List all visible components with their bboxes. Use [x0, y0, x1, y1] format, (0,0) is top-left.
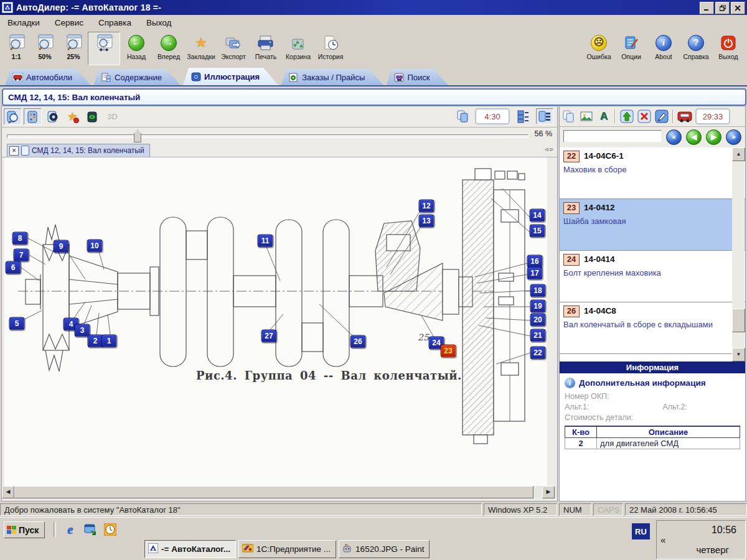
first-record-button[interactable]: « — [666, 129, 682, 145]
move-up-button[interactable] — [619, 109, 635, 124]
help-label: Справка — [683, 53, 708, 60]
zoom-slider-track[interactable] — [7, 134, 529, 138]
illustration-subtab[interactable]: ✕ СМД 12, 14, 15: Вал коленчатый — [7, 144, 150, 157]
taskbar-1c-window[interactable]: 1С:Предприятие ... — [238, 540, 336, 558]
favorites-tool-button[interactable]: ★ — [63, 108, 82, 125]
callout-8[interactable]: 8 — [12, 232, 28, 245]
part-row-22[interactable]: 2214-04С6-1Маховик в сборе — [560, 147, 745, 199]
history-button[interactable]: История — [314, 32, 347, 65]
callout-16[interactable]: 16 — [527, 255, 543, 268]
callout-14[interactable]: 14 — [530, 209, 545, 222]
callout-9[interactable]: 9 — [54, 240, 69, 253]
quicklaunch-scheduler-icon[interactable] — [103, 523, 117, 536]
part-row-23[interactable]: 2314-0412Шайба замковая — [560, 199, 745, 251]
recycle-button[interactable]: Корзина — [282, 32, 314, 65]
callout-panel-toggle-button[interactable] — [24, 108, 42, 125]
part-row-24[interactable]: 2414-0414Болт крепления маховика — [560, 251, 745, 302]
callout-27[interactable]: 27 — [261, 330, 277, 343]
menu-item-3[interactable]: Выход — [139, 17, 179, 29]
callout-7[interactable]: 7 — [14, 249, 29, 262]
part-search-input[interactable] — [563, 130, 662, 142]
callout-19[interactable]: 19 — [530, 300, 546, 313]
quicklaunch-internet-explorer-icon[interactable]: e — [63, 523, 77, 536]
tab-contents[interactable]: Содержание — [93, 69, 181, 85]
about-button[interactable]: iAbout — [647, 32, 680, 65]
page-icon — [21, 146, 29, 156]
menu-item-1[interactable]: Сервис — [47, 17, 91, 29]
thumbnail-list-button[interactable] — [515, 109, 531, 124]
callout-12[interactable]: 12 — [419, 200, 435, 213]
callout-10[interactable]: 10 — [87, 240, 103, 253]
callout-11[interactable]: 11 — [258, 235, 273, 248]
tab-illustration[interactable]: Иллюстрация — [183, 68, 278, 85]
scroll-right-icon[interactable]: ▶ — [542, 486, 555, 498]
bookmarks-button[interactable]: ★Закладки — [185, 32, 217, 65]
zoom-fit-width-button[interactable] — [88, 32, 120, 65]
callout-5[interactable]: 5 — [9, 317, 25, 330]
start-button[interactable]: Пуск — [4, 521, 45, 538]
collapse-icon[interactable]: « — [660, 534, 665, 545]
language-indicator[interactable]: RU — [632, 523, 650, 539]
tab-search[interactable]: Поиск — [386, 69, 448, 85]
vertical-scroll-thumb[interactable] — [732, 309, 745, 332]
minimize-button[interactable] — [700, 2, 714, 14]
tab-orders[interactable]: Заказы / Прайсы — [281, 69, 383, 85]
vehicle-button[interactable] — [677, 109, 693, 124]
horizontal-scroll-thumb[interactable] — [14, 486, 533, 498]
options-button[interactable]: Опции — [615, 32, 647, 65]
callout-13[interactable]: 13 — [419, 215, 435, 228]
parts-panel-toggle[interactable] — [536, 108, 553, 124]
taskbar-paint-window[interactable]: 16520.JPG - Paint — [339, 540, 430, 558]
delete-button[interactable] — [636, 109, 652, 124]
snapshot-tool-button[interactable] — [83, 108, 101, 125]
export-button[interactable]: Экспорт — [217, 32, 250, 65]
menu-item-2[interactable]: Справка — [91, 17, 139, 29]
menu-item-0[interactable]: Вкладки — [0, 17, 47, 29]
forward-button[interactable]: →Вперед — [153, 32, 185, 65]
copy-image-button[interactable] — [455, 109, 471, 124]
tab-cars[interactable]: Автомобили — [5, 69, 91, 85]
scroll-left-icon[interactable]: ◀ — [2, 486, 14, 498]
next-record-button[interactable]: ▶ — [706, 129, 721, 145]
quicklaunch-show-desktop-icon[interactable] — [83, 523, 97, 536]
subtab-close-icon[interactable]: ✕ — [9, 146, 19, 156]
zoom-slider-thumb[interactable] — [134, 129, 141, 142]
export-label: Экспорт — [221, 53, 245, 60]
zoom-actual-button[interactable]: 1:1 — [2, 32, 31, 65]
copy-part-button[interactable] — [561, 109, 577, 124]
callout-20[interactable]: 20 — [530, 314, 546, 327]
subtab-scroll-arrows[interactable]: ◃ ▹ — [545, 145, 553, 153]
zoom-50-button[interactable]: 50% — [31, 32, 59, 65]
zoom-25-button[interactable]: 25% — [59, 32, 88, 65]
font-button[interactable]: A — [596, 109, 612, 124]
callout-15[interactable]: 15 — [530, 225, 545, 238]
clock-panel[interactable]: « 10:56 четверг — [656, 520, 746, 559]
taskbar-autocatalog-window[interactable]: -= АвтоКаталог... — [144, 540, 236, 558]
previous-record-button[interactable]: ◀ — [686, 129, 702, 145]
image-button[interactable] — [578, 109, 594, 124]
callout-22[interactable]: 22 — [530, 347, 546, 360]
help-button[interactable]: ?Справка — [680, 32, 712, 65]
close-button[interactable] — [731, 2, 745, 14]
scroll-up-icon[interactable]: ▲ — [732, 147, 745, 161]
error-report-button[interactable]: ☹Ошибка — [583, 32, 615, 65]
part-row-26[interactable]: 2614-04С8Вал коленчатый в сборе с вклады… — [560, 302, 745, 354]
print-button[interactable]: Печать — [250, 32, 282, 65]
callout-21[interactable]: 21 — [530, 329, 546, 342]
back-button[interactable]: ←Назад — [120, 32, 153, 65]
restore-button[interactable] — [715, 2, 730, 14]
last-record-button[interactable]: » — [726, 129, 741, 145]
callout-18[interactable]: 18 — [530, 284, 546, 297]
scroll-down-icon[interactable]: ▼ — [732, 348, 745, 362]
edit-button[interactable] — [654, 109, 670, 124]
callout-6[interactable]: 6 — [6, 261, 21, 274]
callout-17[interactable]: 17 — [527, 267, 543, 280]
callout-26[interactable]: 26 — [350, 335, 366, 348]
pan-zoom-tool-button[interactable] — [4, 108, 22, 125]
callout-1[interactable]: 1 — [101, 335, 117, 348]
exit-button[interactable]: Выход — [712, 32, 745, 65]
callout-23[interactable]: 23 — [441, 345, 456, 358]
rotate-tool-button[interactable] — [44, 108, 62, 125]
drawing-canvas[interactable]: 25 Рис.4. Группа 04 -- Вал коленчатый. 8… — [4, 157, 547, 486]
title-bar[interactable]: АвтоДилер: -= АвтоКаталог 18 =- — [0, 0, 747, 15]
